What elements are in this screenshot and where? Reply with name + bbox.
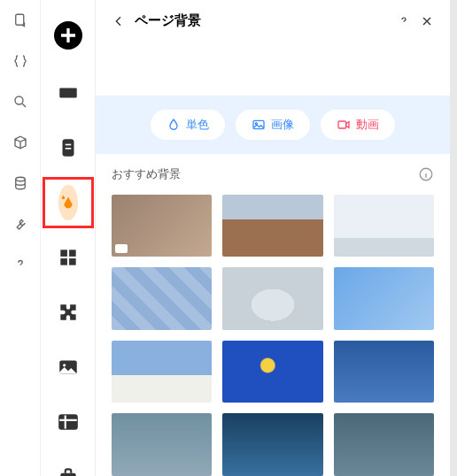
svg-point-1 xyxy=(15,96,23,104)
svg-rect-8 xyxy=(69,250,76,257)
bg-thumb[interactable] xyxy=(334,267,434,330)
search-icon[interactable] xyxy=(12,94,28,110)
bg-thumb[interactable] xyxy=(334,413,434,476)
svg-rect-6 xyxy=(65,148,71,150)
svg-point-12 xyxy=(63,364,66,366)
svg-rect-15 xyxy=(253,120,264,128)
wrench-icon[interactable] xyxy=(12,216,28,232)
help-icon[interactable] xyxy=(12,257,28,273)
bg-thumb[interactable] xyxy=(112,195,212,257)
video-badge-icon xyxy=(115,244,128,253)
svg-rect-0 xyxy=(15,14,23,25)
tool-column xyxy=(41,0,96,476)
add-button[interactable] xyxy=(54,21,82,50)
close-icon[interactable] xyxy=(420,14,434,28)
svg-rect-9 xyxy=(60,258,67,265)
tab-label: 単色 xyxy=(186,117,209,133)
drop-icon xyxy=(167,118,181,132)
bg-thumb[interactable] xyxy=(112,341,212,403)
database-icon[interactable] xyxy=(12,175,28,191)
svg-rect-5 xyxy=(65,144,71,146)
left-rail xyxy=(0,0,41,476)
video-icon xyxy=(337,118,351,132)
image-icon[interactable] xyxy=(57,356,80,379)
tab-image[interactable]: 画像 xyxy=(236,110,310,140)
bg-thumb[interactable] xyxy=(112,267,212,330)
section-icon[interactable] xyxy=(57,81,80,104)
apps-grid-icon[interactable] xyxy=(57,246,80,269)
panel-title: ページ背景 xyxy=(135,12,388,29)
picture-icon xyxy=(252,118,266,132)
tab-solid-color[interactable]: 単色 xyxy=(151,110,225,140)
preview-area xyxy=(96,40,450,96)
svg-rect-7 xyxy=(60,250,67,257)
bg-thumb[interactable] xyxy=(112,413,212,476)
briefcase-icon[interactable] xyxy=(57,465,80,476)
bg-thumb[interactable] xyxy=(222,267,322,330)
svg-rect-3 xyxy=(59,88,77,98)
theme-button-highlighted[interactable] xyxy=(43,177,94,228)
svg-rect-10 xyxy=(69,258,76,265)
thumbnail-grid xyxy=(96,195,450,476)
section-title: おすすめ背景 xyxy=(112,166,418,182)
help-small-icon[interactable] xyxy=(397,14,411,28)
bg-thumb[interactable] xyxy=(222,195,322,257)
tab-label: 動画 xyxy=(356,117,379,133)
file-icon[interactable] xyxy=(12,12,28,28)
info-icon[interactable] xyxy=(418,166,434,182)
bg-thumb[interactable] xyxy=(222,341,322,403)
page-icon[interactable] xyxy=(57,136,80,159)
svg-rect-17 xyxy=(338,121,346,128)
background-panel: ページ背景 単色 画像 動画 おすすめ背景 xyxy=(96,0,450,476)
cube-icon[interactable] xyxy=(12,134,28,150)
section-header: おすすめ背景 xyxy=(96,154,450,195)
braces-icon[interactable] xyxy=(12,53,28,69)
puzzle-icon[interactable] xyxy=(57,301,80,324)
table-icon[interactable] xyxy=(57,411,80,434)
svg-point-2 xyxy=(15,177,25,181)
bg-thumb[interactable] xyxy=(222,413,322,476)
svg-rect-13 xyxy=(59,415,77,428)
right-edge xyxy=(450,0,457,476)
bg-type-tabs: 単色 画像 動画 xyxy=(96,96,450,154)
bg-thumb[interactable] xyxy=(334,195,434,257)
back-icon[interactable] xyxy=(112,14,126,28)
tab-label: 画像 xyxy=(271,117,294,133)
bg-thumb[interactable] xyxy=(334,341,434,403)
tab-video[interactable]: 動画 xyxy=(321,110,395,140)
panel-header: ページ背景 xyxy=(96,0,450,40)
